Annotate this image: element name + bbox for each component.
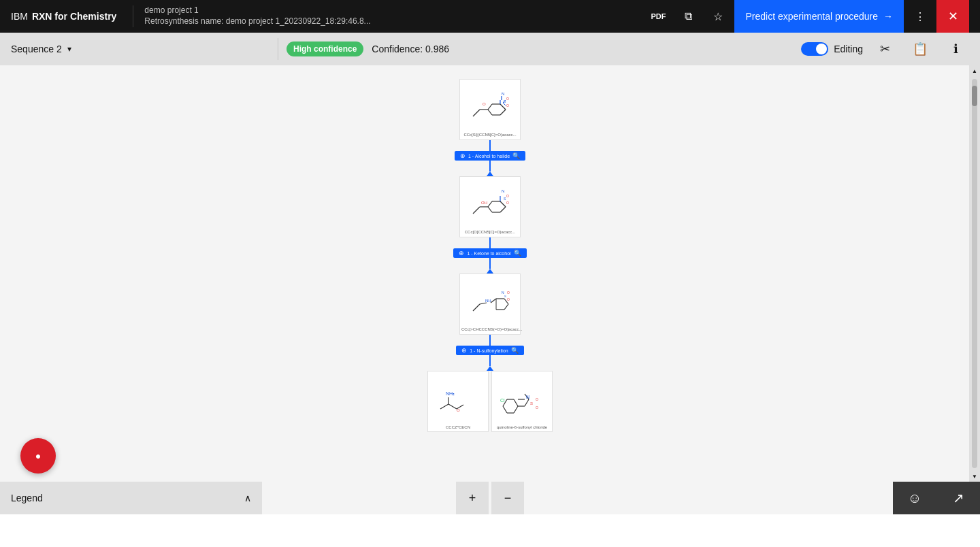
navbar: IBM RXN for Chemistry demo project 1 Ret…	[0, 0, 980, 33]
svg-text:NH₂: NH₂	[446, 391, 455, 396]
scroll-down-icon: ▼	[972, 474, 977, 480]
more-button[interactable]: ⋮	[906, 3, 934, 30]
svg-text:NH: NH	[485, 299, 491, 303]
sequence-selector[interactable]: Sequence 2 ▾	[11, 44, 270, 54]
scrollbar-track	[972, 79, 977, 468]
editing-toggle[interactable]: Editing	[801, 42, 863, 56]
molecule-3-label: CCc[>CHCCCNS(=O)=O]acacc...	[461, 327, 519, 331]
fab-icon: ●	[35, 450, 41, 461]
reaction-badge-2-search: 🔍	[514, 250, 521, 256]
svg-line-20	[488, 207, 492, 212]
close-button[interactable]: ✕	[936, 0, 969, 33]
arrow-3: ⊕ 1 - N-sulfonylation 🔍	[456, 335, 523, 371]
svg-line-31	[473, 304, 480, 311]
sequence-chevron-icon: ▾	[67, 44, 71, 54]
svg-line-17	[473, 207, 480, 214]
molecule-2[interactable]: OH N S O O CCc[O]CCN5[C]=O)acacc...	[459, 176, 521, 237]
svg-line-32	[480, 303, 487, 304]
arrow-1: ⊕ 1 - Alcohol to halide 🔍	[455, 140, 525, 176]
svg-text:O: O	[507, 291, 510, 295]
confidence-value: Confidence: 0.986	[372, 44, 449, 54]
retrosynthesis-name: Retrosynthesis name: demo project 1_2023…	[144, 16, 485, 27]
reaction-badge-2[interactable]: ⊕ 1 - Ketone to alcohol 🔍	[453, 248, 526, 258]
svg-text:N: N	[502, 92, 504, 96]
toggle-knob	[816, 44, 827, 54]
brand-rxn: RXN for Chemistry	[32, 11, 116, 22]
svg-text:N: N	[526, 395, 529, 399]
arrow-line-top-3	[489, 335, 491, 346]
arrow-2: ⊕ 1 - Ketone to alcohol 🔍	[453, 237, 526, 274]
svg-text:O: O	[536, 397, 538, 401]
info-icon: ℹ	[953, 42, 958, 56]
legend-chevron-icon: ∧	[244, 493, 251, 503]
svg-line-3	[488, 110, 492, 115]
molecule-1[interactable]: O N S O O CCc[Si](CCN5[C]=O)acacc...	[459, 79, 521, 140]
brand-ibm: IBM	[11, 11, 28, 22]
arrow-up-2	[487, 269, 493, 274]
canvas-area[interactable]: O N S O O CCc[Si](CCN5[C]=O)acacc... ⊕ 1…	[0, 65, 980, 514]
scrollbar-thumb[interactable]	[972, 86, 977, 106]
scroll-up-button[interactable]: ▲	[969, 65, 980, 76]
reaction-badge-3-icon: ⊕	[461, 347, 467, 354]
reaction-badge-1-search: 🔍	[512, 152, 520, 159]
svg-line-24	[500, 207, 506, 212]
editing-label: Editing	[834, 44, 863, 54]
arrow-up-1	[487, 171, 493, 176]
scroll-up-icon: ▲	[972, 68, 977, 74]
reaction-badge-3[interactable]: ⊕ 1 - N-sulfonylation 🔍	[456, 346, 523, 355]
reaction-badge-3-label: 1 - N-sulfonylation	[470, 348, 508, 353]
arrow-line-bottom-1	[489, 161, 491, 171]
scrollbar-right: ▲ ▼	[969, 65, 980, 482]
pdf-button[interactable]: PDF	[644, 3, 672, 30]
legend-panel[interactable]: Legend ∧	[0, 482, 262, 514]
svg-text:O: O	[483, 102, 486, 106]
svg-line-55	[503, 406, 507, 413]
starting-materials-row: NH₂ O CCCZ*CECN	[427, 371, 553, 432]
starting-material-left[interactable]: NH₂ O CCCZ*CECN	[427, 371, 489, 432]
starting-material-left-structure: NH₂ O	[434, 380, 483, 422]
svg-text:Cl: Cl	[500, 398, 505, 403]
smiley-button[interactable]: ☺	[893, 482, 936, 514]
svg-text:S: S	[530, 401, 533, 405]
scroll-down-button[interactable]: ▼	[969, 471, 980, 482]
predict-button[interactable]: Predict experimental procedure →	[734, 0, 904, 33]
svg-line-59	[514, 394, 525, 399]
molecule-1-label: CCc[Si](CCN5[C]=O)acacc...	[461, 133, 519, 137]
zoom-out-button[interactable]: −	[491, 482, 524, 514]
svg-line-53	[514, 406, 518, 413]
svg-line-38	[504, 304, 508, 310]
fab-button[interactable]: ●	[20, 438, 56, 474]
clipboard-button[interactable]: 📋	[906, 35, 934, 63]
project-name: demo project 1	[144, 5, 644, 16]
starting-material-left-label: CCCZ*CECN	[429, 425, 487, 429]
toggle-switch[interactable]	[801, 42, 828, 56]
predict-arrow-icon: →	[883, 11, 893, 22]
svg-text:O: O	[507, 297, 510, 301]
arrow-line-top-1	[489, 140, 491, 151]
main-content: O N S O O CCc[Si](CCN5[C]=O)acacc... ⊕ 1…	[0, 65, 980, 514]
zoom-in-button[interactable]: +	[456, 482, 489, 514]
star-button[interactable]: ☆	[704, 3, 732, 30]
svg-line-34	[491, 299, 496, 303]
scissors-icon: ✂	[880, 42, 890, 56]
copy-button[interactable]: ⧉	[674, 3, 702, 30]
brand: IBM RXN for Chemistry	[11, 11, 133, 22]
share-button[interactable]: ↗	[936, 482, 980, 514]
reaction-badge-1-icon: ⊕	[460, 152, 466, 159]
sequence-header: Sequence 2 ▾ High confidence Confidence:…	[0, 33, 980, 65]
smiley-icon: ☺	[908, 491, 921, 506]
nav-divider	[133, 5, 133, 27]
svg-text:O: O	[506, 97, 509, 101]
flow-diagram: O N S O O CCc[Si](CCN5[C]=O)acacc... ⊕ 1…	[427, 79, 553, 432]
reaction-badge-1[interactable]: ⊕ 1 - Alcohol to halide 🔍	[455, 151, 525, 161]
project-info: demo project 1 Retrosynthesis name: demo…	[144, 5, 644, 27]
svg-line-45	[448, 404, 457, 409]
molecule-3[interactable]: NH N S O O CCc[>CHCCCNS(=O)=O]acacc...	[459, 274, 521, 335]
scissors-button[interactable]: ✂	[871, 35, 898, 63]
bottom-right-buttons: ☺ ↗	[893, 482, 980, 514]
info-button[interactable]: ℹ	[942, 35, 969, 63]
arrow-up-3	[487, 366, 493, 371]
svg-line-52	[514, 399, 518, 406]
starting-material-right[interactable]: N Cl S O O quinoline-6-sulfonyl chloride	[491, 371, 553, 432]
arrow-line-bottom-2	[489, 258, 491, 269]
